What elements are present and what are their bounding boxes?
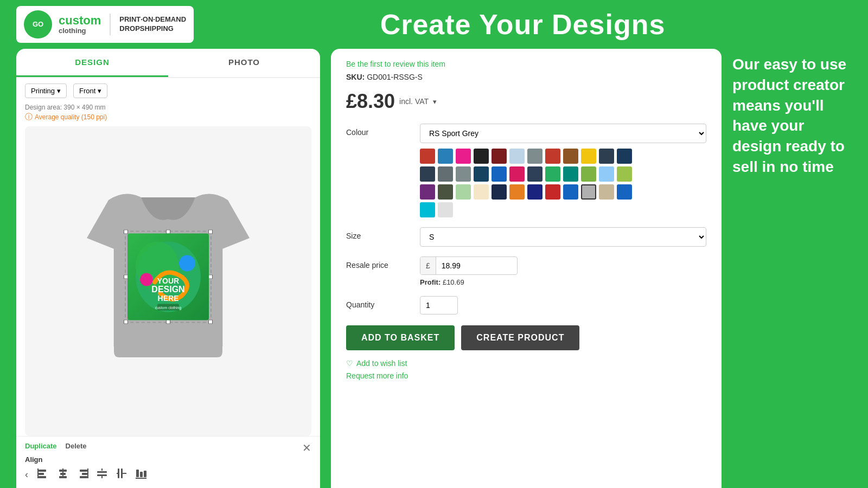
color-swatch[interactable] <box>438 149 453 164</box>
align-bottom-button[interactable] <box>135 467 148 483</box>
tshirt-preview: YOUR DESIGN HERE custom clothing <box>25 126 311 436</box>
review-link[interactable]: Be the first to review this item <box>346 60 706 68</box>
color-swatch[interactable] <box>509 149 525 164</box>
logo-tagline: PRINT·ON·DEMAND DROPSHIPPING <box>119 15 186 34</box>
color-swatch[interactable] <box>545 184 560 200</box>
color-swatch[interactable] <box>420 202 435 217</box>
color-swatch[interactable] <box>420 166 435 182</box>
svg-text:YOUR: YOUR <box>157 276 179 285</box>
resale-control: £ Profit: £10.69 <box>420 256 706 286</box>
color-swatch[interactable] <box>420 149 435 164</box>
align-distribute-v-button[interactable] <box>95 467 108 483</box>
profit-text: Profit: £10.69 <box>420 278 706 286</box>
svg-rect-20 <box>80 476 87 478</box>
svg-rect-18 <box>80 470 87 472</box>
color-swatch[interactable] <box>492 149 507 164</box>
wishlist-row[interactable]: ♡ Add to wish list <box>346 359 706 368</box>
printing-dropdown[interactable]: Printing ▾ <box>25 84 67 98</box>
colour-select[interactable]: RS Sport Grey White Black Navy Red Royal… <box>420 124 706 143</box>
color-swatch[interactable] <box>617 166 632 182</box>
color-swatch[interactable] <box>456 166 471 182</box>
color-swatch[interactable] <box>509 166 525 182</box>
request-info-link[interactable]: Request more info <box>346 371 408 380</box>
color-swatch[interactable] <box>545 166 560 182</box>
color-swatch[interactable] <box>456 184 471 200</box>
resale-price-row: Resale price £ Profit: £10.69 <box>346 256 706 286</box>
sku-row: SKU: GD001-RSSG-S <box>346 73 706 81</box>
tab-design[interactable]: DESIGN <box>16 49 168 77</box>
delete-button[interactable]: Delete <box>66 442 87 450</box>
nav-left-arrow[interactable]: ‹ <box>25 469 28 480</box>
tab-photo[interactable]: PHOTO <box>168 49 320 77</box>
color-swatch[interactable] <box>527 149 542 164</box>
wishlist-label: Add to wish list <box>356 359 407 368</box>
color-swatch[interactable] <box>563 184 578 200</box>
logo-area: GO customclothing PRINT·ON·DEMAND DROPSH… <box>16 6 194 43</box>
brand-name: customclothing <box>59 14 101 35</box>
svg-rect-10 <box>39 470 46 472</box>
color-swatch[interactable] <box>581 166 596 182</box>
quantity-input[interactable] <box>420 296 458 314</box>
heart-icon: ♡ <box>346 359 353 368</box>
design-overlay[interactable]: YOUR DESIGN HERE custom clothing <box>125 230 212 323</box>
colour-control: RS Sport Grey White Black Navy Red Royal… <box>420 124 706 217</box>
color-swatch[interactable] <box>420 184 435 200</box>
svg-rect-32 <box>144 471 146 477</box>
color-swatch[interactable] <box>563 149 578 164</box>
color-swatch[interactable] <box>617 184 632 200</box>
center-panel: Be the first to review this item SKU: GD… <box>331 49 722 488</box>
color-swatch[interactable] <box>474 149 489 164</box>
svg-rect-27 <box>121 468 123 478</box>
color-swatch[interactable] <box>599 184 614 200</box>
color-swatch[interactable] <box>438 166 453 182</box>
align-distribute-h-button[interactable] <box>115 467 128 483</box>
color-swatch-selected[interactable] <box>581 184 596 200</box>
svg-rect-31 <box>140 472 143 477</box>
colour-row: Colour RS Sport Grey White Black Navy Re… <box>346 124 706 217</box>
color-swatch[interactable] <box>527 184 542 200</box>
color-swatch[interactable] <box>581 149 596 164</box>
svg-text:HERE: HERE <box>158 293 179 302</box>
color-swatch[interactable] <box>527 166 542 182</box>
svg-rect-30 <box>136 470 139 477</box>
color-swatch[interactable] <box>509 184 525 200</box>
color-swatch[interactable] <box>438 202 453 217</box>
resale-price-input[interactable] <box>436 257 501 274</box>
front-dropdown[interactable]: Front ▾ <box>73 84 107 98</box>
action-buttons: ADD TO BASKET CREATE PRODUCT <box>346 325 706 350</box>
align-right-button[interactable] <box>76 467 89 483</box>
size-row: Size XS S M L XL 2XL 3XL <box>346 227 706 247</box>
align-icons: ‹ <box>25 467 311 483</box>
vat-dropdown[interactable]: ▾ <box>433 98 437 106</box>
price-main: £8.30 <box>346 90 395 113</box>
quality-warning: ⓘ Average quality (150 ppi) <box>16 111 320 126</box>
color-swatch[interactable] <box>474 166 489 182</box>
color-swatch[interactable] <box>599 166 614 182</box>
create-product-button[interactable]: CREATE PRODUCT <box>461 325 579 350</box>
color-swatch[interactable] <box>563 166 578 182</box>
align-section: Align ‹ <box>25 455 311 483</box>
color-swatch[interactable] <box>599 149 614 164</box>
align-left-button[interactable] <box>37 467 50 483</box>
color-swatch[interactable] <box>438 184 453 200</box>
color-swatch[interactable] <box>474 184 489 200</box>
logo-divider <box>110 14 111 35</box>
duplicate-button[interactable]: Duplicate <box>25 442 57 450</box>
svg-rect-12 <box>39 476 46 478</box>
right-panel: Our easy to use product creator means yo… <box>732 49 852 488</box>
color-swatch[interactable] <box>617 149 632 164</box>
color-swatch[interactable] <box>492 184 507 200</box>
quantity-control <box>420 296 706 314</box>
color-swatch[interactable] <box>456 149 471 164</box>
close-button[interactable]: ✕ <box>302 442 311 453</box>
header: GO customclothing PRINT·ON·DEMAND DROPSH… <box>0 0 868 49</box>
design-area-info: Design area: 390 × 490 mm <box>16 104 320 111</box>
size-select[interactable]: XS S M L XL 2XL 3XL <box>420 227 706 247</box>
align-center-h-button[interactable] <box>56 467 69 483</box>
color-swatch[interactable] <box>545 149 560 164</box>
color-swatch[interactable] <box>492 166 507 182</box>
add-to-basket-button[interactable]: ADD TO BASKET <box>346 325 455 350</box>
size-control: XS S M L XL 2XL 3XL <box>420 227 706 247</box>
resale-label: Resale price <box>346 256 411 269</box>
colour-label: Colour <box>346 124 411 137</box>
